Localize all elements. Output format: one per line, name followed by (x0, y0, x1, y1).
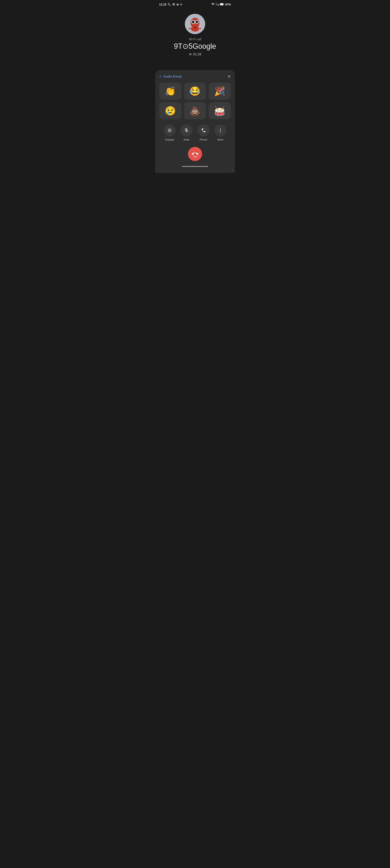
keypad-icon (167, 128, 172, 133)
audio-emoji-grid: 👏 😂 🎉 😢 💩 🥁 (159, 83, 231, 119)
laugh-emoji: 😂 (189, 86, 201, 96)
phone-audio-icon (201, 128, 206, 133)
status-time: 11:15 (159, 3, 167, 6)
end-call-area (159, 147, 231, 161)
x-twitter-icon: ✕ (180, 3, 182, 6)
mute-icon (184, 128, 189, 133)
audio-emoji-title: ♪ Audio Emoji (159, 74, 182, 79)
gmail-icon: M (177, 3, 179, 6)
cry-emoji: 😢 (165, 105, 176, 116)
status-bar: 11:15 M ✕ (155, 0, 235, 8)
svg-point-26 (220, 130, 221, 131)
more-control: More (214, 124, 227, 141)
more-label: More (217, 138, 223, 141)
emoji-clap-button[interactable]: 👏 (159, 83, 182, 100)
mute-button[interactable] (180, 124, 192, 136)
emoji-drum-button[interactable]: 🥁 (209, 102, 231, 119)
emoji-cry-button[interactable]: 😢 (159, 102, 182, 119)
svg-point-27 (220, 131, 221, 132)
wifi-call-label: Wi-Fi call (189, 37, 201, 41)
emoji-laugh-button[interactable]: 😂 (184, 83, 206, 100)
clap-emoji: 👏 (165, 86, 176, 96)
audio-emoji-header: ♪ Audio Emoji ✕ (159, 74, 231, 79)
svg-point-20 (169, 130, 170, 131)
keypad-button[interactable] (163, 124, 176, 136)
phone-screen: 11:15 M ✕ (155, 0, 235, 173)
audio-emoji-close-button[interactable]: ✕ (227, 74, 231, 79)
keypad-label: Keypad (165, 138, 174, 141)
phone-audio-control: Phone (198, 124, 210, 141)
status-bar-left: 11:15 M ✕ (159, 3, 182, 6)
home-indicator (159, 166, 231, 169)
home-bar (182, 166, 208, 167)
svg-point-1 (173, 4, 174, 5)
end-call-icon (192, 151, 198, 157)
contact-avatar (185, 14, 205, 34)
svg-point-18 (171, 129, 171, 130)
phone-audio-button[interactable] (198, 124, 210, 136)
call-info-section: Wi-Fi call 9T⊙5Google 01:28 (155, 8, 235, 70)
call-duration: 01:28 (189, 53, 201, 56)
status-bar-right: 97% (211, 2, 231, 6)
svg-point-19 (168, 130, 169, 131)
bottom-sheet: ♪ Audio Emoji ✕ 👏 😂 🎉 😢 💩 (155, 70, 235, 173)
svg-point-17 (169, 129, 170, 130)
party-emoji: 🎉 (214, 86, 225, 96)
svg-point-22 (168, 131, 169, 132)
drum-emoji: 🥁 (214, 105, 225, 116)
mute-control: Mute (180, 124, 192, 141)
svg-rect-14 (189, 28, 192, 29)
svg-point-21 (171, 130, 171, 131)
poop-emoji: 💩 (189, 105, 201, 116)
svg-point-13 (194, 27, 196, 28)
wifi-call-duration-icon (189, 53, 192, 56)
end-call-button[interactable] (188, 147, 202, 161)
contact-name: 9T⊙5Google (174, 42, 216, 51)
battery-percent: 97% (225, 3, 231, 6)
duration-text: 01:28 (193, 53, 201, 56)
svg-point-24 (171, 131, 171, 132)
record-icon (172, 3, 175, 6)
close-icon: ✕ (227, 74, 231, 79)
more-vert-icon (218, 128, 223, 133)
mute-label: Mute (184, 138, 189, 141)
call-controls: Keypad Mute (159, 124, 231, 141)
battery-icon (220, 3, 224, 6)
wifi-icon (211, 2, 215, 6)
svg-point-16 (168, 129, 169, 130)
emoji-party-button[interactable]: 🎉 (209, 83, 231, 100)
audio-emoji-label: Audio Emoji (163, 74, 182, 79)
music-note-icon: ♪ (159, 74, 161, 79)
phone-tty-icon (168, 3, 171, 6)
svg-rect-15 (198, 28, 201, 29)
svg-point-23 (169, 131, 170, 132)
phone-audio-label: Phone (200, 138, 207, 141)
more-button[interactable] (214, 124, 227, 136)
phone-dropdown-icon (231, 168, 233, 171)
svg-point-25 (220, 129, 221, 129)
keypad-control: Keypad (163, 124, 176, 141)
emoji-poop-button[interactable]: 💩 (184, 102, 206, 119)
signal-icon (215, 2, 219, 6)
svg-rect-3 (220, 3, 223, 5)
